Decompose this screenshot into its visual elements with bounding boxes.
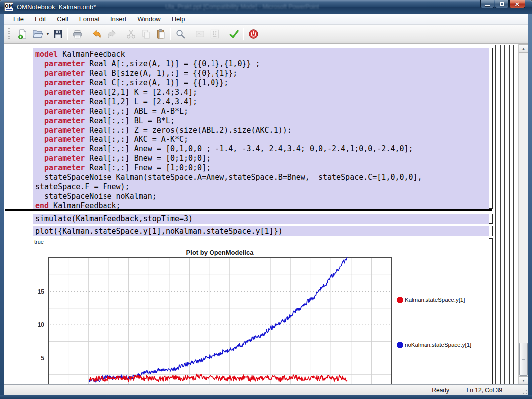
menu-file[interactable]: File: [8, 14, 29, 24]
print-button[interactable]: [70, 27, 85, 41]
cursor-position: Ln 12, Col 39: [467, 387, 502, 394]
scroll-down-button[interactable]: ▼: [519, 376, 528, 384]
simulate-cell-bracket[interactable]: [489, 214, 493, 224]
plot-canvas: [48, 257, 392, 384]
app-icon: OM: [4, 2, 13, 11]
code-line: parameter Real A[:,size(A, 1)] = {{0,1},…: [35, 59, 489, 69]
group-bracket-line[interactable]: [495, 45, 496, 384]
code-line: model KalmanFeedback: [35, 50, 489, 59]
status-bar: Ready Ln 12, Col 39: [4, 384, 528, 395]
window-controls: ×: [480, 0, 525, 8]
open-folder-button[interactable]: [30, 27, 45, 41]
output-true-text: true: [34, 239, 44, 245]
group-bracket-line[interactable]: [500, 45, 501, 384]
y-tick-label: 5: [33, 355, 44, 362]
new-document-icon: [17, 28, 28, 40]
plot-command: plot({Kalman.stateSpace.y[1],noKalman.st…: [35, 227, 283, 236]
code-line: parameter Real B[size(A, 1),:] = {{0},{1…: [35, 69, 489, 78]
legend-marker-icon: [397, 297, 403, 303]
code-cell[interactable]: model KalmanFeedback parameter Real A[:,…: [33, 48, 489, 209]
close-icon: ×: [515, 1, 520, 7]
menu-bar: FileEditCellFormatInsertWindowHelp: [4, 14, 528, 25]
menu-cell[interactable]: Cell: [51, 14, 73, 24]
code-line: parameter Real[2,1] K = [2.4;3.4];: [35, 88, 489, 97]
search-icon: [175, 28, 186, 40]
print-icon: [72, 28, 83, 40]
toolbar-separator: [224, 28, 224, 40]
plot-command-cell[interactable]: plot({Kalman.stateSpace.y[1],noKalman.st…: [33, 226, 489, 236]
scrollbar-thumb[interactable]: [519, 343, 528, 376]
series-curve-noKalman.stateSpace.y[1]: [89, 257, 347, 382]
menu-window[interactable]: Window: [132, 14, 166, 24]
cut-icon: [125, 28, 137, 40]
resize-grip[interactable]: [521, 388, 527, 394]
stop-icon: [248, 28, 259, 40]
group-bracket-line[interactable]: [513, 45, 514, 384]
copy-icon: [140, 28, 152, 40]
code-line: parameter Real[:,:] BL = B*L;: [35, 116, 489, 126]
output-cell-bracket[interactable]: [489, 238, 493, 384]
underline-button[interactable]: U: [207, 27, 222, 41]
window-border-bottom: [0, 395, 532, 399]
toolbar-grip[interactable]: [8, 28, 10, 40]
status-separator: [458, 386, 458, 394]
toolbar-separator: [87, 28, 87, 40]
plot-command-cell-bracket[interactable]: [489, 226, 493, 236]
group-bracket-line[interactable]: [509, 45, 510, 384]
code-line: parameter Real C[:,size(A, 1)] = {{1,0}}…: [35, 78, 489, 88]
underline-icon: U: [209, 28, 220, 40]
legend-item: noKalman.stateSpace.y[1]: [397, 341, 471, 348]
image-icon: [194, 28, 206, 40]
code-line: parameter Real[:,:] AKC = A-K*C;: [35, 135, 489, 144]
vertical-scrollbar[interactable]: ▲ ▼: [518, 44, 528, 384]
menu-edit[interactable]: Edit: [29, 14, 51, 24]
group-bracket-line[interactable]: [504, 45, 505, 384]
toolbar-separator: [67, 28, 68, 40]
toolbar: ▼U: [4, 25, 528, 44]
toolbar-separator: [170, 28, 171, 40]
evaluate-button[interactable]: [226, 27, 241, 41]
scroll-up-button[interactable]: ▲: [519, 44, 528, 53]
stop-button[interactable]: [246, 27, 261, 41]
toolbar-separator: [121, 28, 121, 40]
legend-label: Kalman.stateSpace.y[1]: [405, 297, 465, 303]
legend-marker-icon: [397, 342, 403, 348]
menu-insert[interactable]: Insert: [105, 14, 132, 24]
window-border-right: [528, 14, 532, 395]
code-line: parameter Real[:,:] Anew = [0,1,0,0 ; -1…: [35, 144, 489, 154]
svg-text:U: U: [213, 30, 217, 36]
titlebar[interactable]: OM OMNotebook: Kalman.onb* Ula_Prakt.ppt…: [0, 0, 532, 14]
cell-insertion-cursor[interactable]: [5, 209, 492, 211]
simulate-cell[interactable]: simulate(KalmanFeedback,stopTime=3): [33, 214, 489, 224]
code-line: parameter Real[:,:] ABL = A-B*L;: [35, 107, 489, 116]
minimize-button[interactable]: [480, 0, 494, 8]
toolbar-separator: [190, 28, 190, 40]
menu-help[interactable]: Help: [166, 14, 191, 24]
maximize-button[interactable]: [495, 0, 509, 8]
plot-title: Plot by OpenModelica: [48, 249, 392, 256]
redo-button[interactable]: [104, 27, 119, 41]
open-folder-icon: [32, 28, 43, 40]
evaluate-icon: [228, 28, 240, 40]
close-button[interactable]: ×: [509, 0, 525, 8]
code-line: stateSpace.F = Fnew);: [35, 182, 489, 192]
menu-format[interactable]: Format: [74, 14, 105, 24]
code-line: stateSpaceNoise noKalman;: [35, 192, 489, 201]
copy-button[interactable]: [138, 27, 153, 41]
save-button[interactable]: [50, 27, 65, 41]
open-dropdown-caret[interactable]: ▼: [45, 32, 50, 36]
code-line: parameter Real[:,:] Z = zeros(size(ABL,2…: [35, 126, 489, 135]
omnotebook-window: OM OMNotebook: Kalman.onb* Ula_Prakt.ppt…: [0, 0, 532, 399]
code-cell-bracket[interactable]: [489, 48, 493, 209]
undo-icon: [91, 28, 103, 40]
paste-icon: [155, 28, 167, 40]
new-document-button[interactable]: [15, 27, 30, 41]
y-tick-label: 10: [33, 321, 44, 328]
undo-button[interactable]: [89, 27, 104, 41]
image-button[interactable]: [192, 27, 207, 41]
search-button[interactable]: [173, 27, 188, 41]
paste-button[interactable]: [153, 27, 168, 41]
toolbar-separator: [243, 28, 244, 40]
cut-button[interactable]: [123, 27, 138, 41]
y-tick-label: 15: [33, 288, 44, 295]
